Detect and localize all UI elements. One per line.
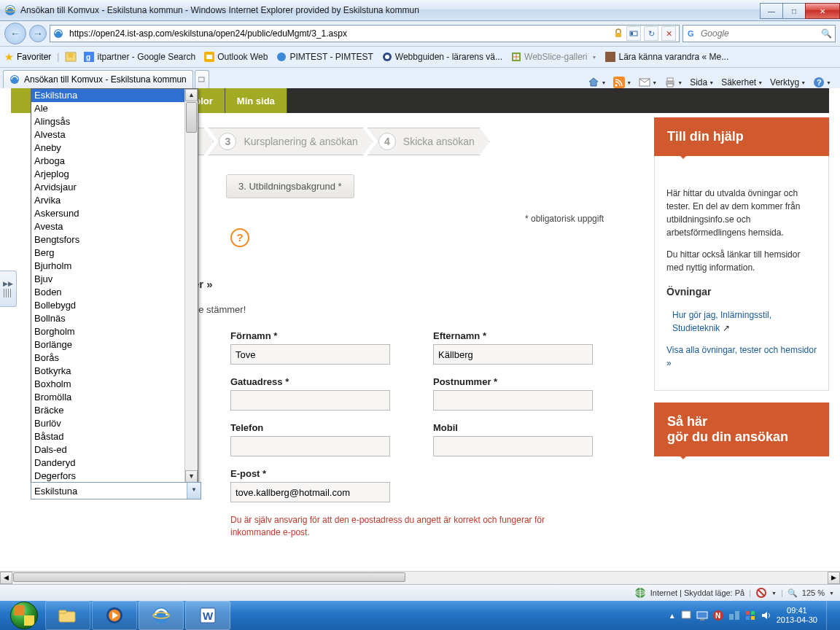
dropdown-option[interactable]: Aneby <box>31 141 198 155</box>
chevron-down-icon[interactable]: ▼ <box>187 483 201 499</box>
dropdown-option[interactable]: Degerfors <box>31 470 198 483</box>
tray-action-icon[interactable] <box>744 610 756 621</box>
dropdown-option[interactable]: Alingsås <box>31 115 198 128</box>
dropdown-option[interactable]: Eskilstuna <box>31 89 198 102</box>
mobil-input[interactable] <box>433 436 593 456</box>
favorites-button[interactable]: Favoriter <box>17 52 51 62</box>
epost-input[interactable] <box>230 482 390 502</box>
dropdown-option[interactable]: Borlänge <box>31 338 198 351</box>
fornamn-input[interactable] <box>230 344 390 365</box>
dropdown-option[interactable]: Dals-ed <box>31 443 198 456</box>
dropdown-option[interactable]: Bjuv <box>31 273 198 286</box>
search-icon[interactable]: 🔍 <box>821 28 832 39</box>
dropdown-option[interactable]: Askersund <box>31 207 198 220</box>
fav-item-3[interactable]: Webbguiden - lärarens vä... <box>379 50 505 63</box>
dropdown-option[interactable]: Berg <box>31 246 198 260</box>
step-4[interactable]: 4Skicka ansökan <box>368 128 490 155</box>
dropdown-option[interactable]: Bjurholm <box>31 260 198 273</box>
scroll-down-arrow[interactable]: ▼ <box>185 470 198 483</box>
efternamn-input[interactable] <box>433 344 593 365</box>
show-desktop-button[interactable] <box>826 601 834 630</box>
browser-tab-active[interactable]: Ansökan till Komvux - Eskilstuna kommun <box>3 70 193 88</box>
tray-monitor-icon[interactable] <box>696 610 708 621</box>
taskbar-ie[interactable] <box>139 601 184 630</box>
page-menu[interactable]: Sida▼ <box>690 77 714 88</box>
hscroll-right-arrow[interactable]: ▶ <box>828 572 840 584</box>
dropdown-option[interactable]: Ale <box>31 102 198 115</box>
maximize-button[interactable]: □ <box>782 3 806 19</box>
dropdown-option[interactable]: Bräcke <box>31 404 198 417</box>
fav-item-1[interactable]: Outlook Web <box>201 50 271 63</box>
mail-button[interactable]: ▼ <box>639 77 657 88</box>
tools-menu[interactable]: Verktyg▼ <box>770 77 806 88</box>
horizontal-scrollbar[interactable]: ◀ ▶ <box>0 571 840 584</box>
dropdown-option[interactable]: Alvesta <box>31 128 198 141</box>
telefon-input[interactable] <box>230 436 390 456</box>
start-button[interactable] <box>4 601 44 630</box>
fav-item-0[interactable]: gitpartner - Google Search <box>81 50 198 63</box>
dropdown-option[interactable]: Avesta <box>31 220 198 233</box>
dropdown-option[interactable]: Borås <box>31 351 198 365</box>
tray-clock[interactable]: 09:412013-04-30 <box>777 606 817 625</box>
tray-flag-icon[interactable] <box>680 610 692 621</box>
refresh-button[interactable]: ↻ <box>644 26 658 41</box>
stop-button[interactable]: ✕ <box>661 26 676 41</box>
add-favorite-icon[interactable] <box>65 50 78 63</box>
nav-minsida[interactable]: Min sida <box>225 88 287 113</box>
compat-view-icon[interactable] <box>626 26 641 41</box>
dropdown-option[interactable]: Burlöv <box>31 417 198 430</box>
dropdown-scrollbar[interactable]: ▲ ▼ <box>184 89 198 483</box>
fav-item-4[interactable]: WebSlice-galleri▼ <box>508 50 599 63</box>
help-icon[interactable]: ? <box>230 228 249 247</box>
close-button[interactable]: ✕ <box>805 3 840 19</box>
new-tab-button[interactable] <box>195 70 209 88</box>
gatuadress-input[interactable] <box>230 390 390 411</box>
hscroll-left-arrow[interactable]: ◀ <box>0 572 12 584</box>
dropdown-option[interactable]: Boxholm <box>31 378 198 391</box>
tray-volume-icon[interactable] <box>761 610 772 621</box>
zoom-icon[interactable]: 🔍 <box>788 588 798 598</box>
taskbar-word[interactable]: W <box>185 601 230 630</box>
step-3[interactable]: 3Kursplanering & ansökan <box>208 128 373 155</box>
nav-home-stub[interactable] <box>11 88 26 113</box>
safety-menu[interactable]: Säkerhet▼ <box>721 77 763 88</box>
sidebar-link2[interactable]: Visa alla övningar, tester och hemsidor … <box>666 345 817 368</box>
tray-net-icon[interactable] <box>728 610 740 621</box>
search-box[interactable]: G 🔍 <box>682 25 836 42</box>
dropdown-option[interactable]: Bollnäs <box>31 312 198 325</box>
feeds-button[interactable]: ▼ <box>613 77 631 88</box>
kommun-dropdown-list[interactable]: EskilstunaAleAlingsåsAlvestaAnebyArbogaA… <box>31 88 198 483</box>
postnummer-input[interactable] <box>433 390 593 411</box>
dropdown-option[interactable]: Danderyd <box>31 456 198 470</box>
taskbar-wmp[interactable] <box>92 601 137 630</box>
back-button[interactable]: ← <box>4 23 26 44</box>
help-button[interactable]: ?▼ <box>813 77 831 88</box>
forward-button[interactable]: → <box>29 25 47 42</box>
hscroll-thumb[interactable] <box>13 572 405 582</box>
dropdown-option[interactable]: Boden <box>31 286 198 299</box>
dropdown-option[interactable]: Borgholm <box>31 325 198 338</box>
fav-item-5[interactable]: Lära känna varandra « Me... <box>602 50 731 63</box>
home-button[interactable]: ▼ <box>588 77 606 88</box>
side-panel-handle[interactable]: ▶▶ <box>0 271 17 307</box>
scroll-thumb[interactable] <box>186 102 197 133</box>
fav-item-2[interactable]: PIMTEST - PIMTEST <box>273 50 376 63</box>
tray-av-icon[interactable]: N <box>712 610 724 621</box>
dropdown-option[interactable]: Arvika <box>31 194 198 207</box>
dropdown-option[interactable]: Arboga <box>31 155 198 168</box>
print-button[interactable]: ▼ <box>664 77 682 88</box>
dropdown-option[interactable]: Bengtsfors <box>31 233 198 246</box>
kommun-select[interactable]: Eskilstuna ▼ <box>31 482 201 499</box>
minimize-button[interactable]: — <box>760 3 783 19</box>
dropdown-option[interactable]: Arvidsjaur <box>31 181 198 194</box>
dropdown-option[interactable]: Arjeplog <box>31 168 198 181</box>
address-bar[interactable]: ↻ ✕ <box>50 25 680 42</box>
taskbar-explorer[interactable] <box>45 601 90 630</box>
dropdown-option[interactable]: Bollebygd <box>31 299 198 312</box>
url-input[interactable] <box>68 28 609 39</box>
scroll-up-arrow[interactable]: ▲ <box>185 89 198 101</box>
dropdown-option[interactable]: Bromölla <box>31 391 198 404</box>
tray-expand-icon[interactable]: ▲ <box>669 612 676 620</box>
dropdown-option[interactable]: Båstad <box>31 430 198 443</box>
tab-utbildningsbakgrund[interactable]: 3. Utbildningsbakgrund * <box>226 174 354 198</box>
